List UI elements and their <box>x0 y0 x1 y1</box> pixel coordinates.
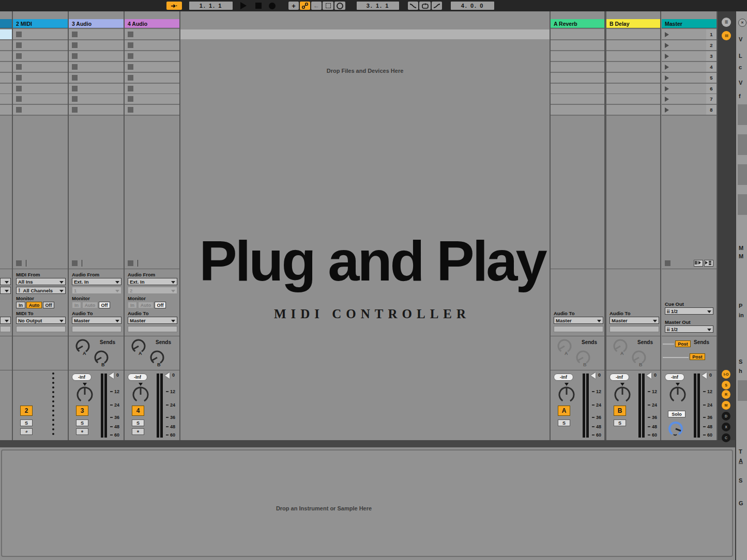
stop-all-clips-button[interactable] <box>16 260 22 266</box>
toggle-i-o-button[interactable]: I-O <box>722 370 730 379</box>
back-to-arrangement-button[interactable] <box>694 260 703 267</box>
volume-fader-handle[interactable] <box>702 372 707 379</box>
clip-slot[interactable] <box>125 84 179 94</box>
stop-button[interactable] <box>254 2 263 10</box>
device-drop-panel[interactable]: Drop an Instrument or Sample Here <box>1 449 733 557</box>
clip-slot[interactable] <box>13 105 68 115</box>
cutoff-chooser[interactable] <box>0 317 11 324</box>
capture-midi-button[interactable] <box>300 2 310 10</box>
clip-slot[interactable] <box>662 105 706 115</box>
pan-knob[interactable] <box>558 386 575 403</box>
track-number-button[interactable]: B <box>614 406 626 416</box>
return-header[interactable]: A Reverb <box>551 19 604 28</box>
stop-all-clips-button[interactable] <box>128 260 133 266</box>
master-out-chooser[interactable]: ii 1/2 <box>665 325 713 333</box>
clip-slot[interactable] <box>125 29 179 39</box>
record-button[interactable] <box>268 2 276 10</box>
clip-slot[interactable] <box>662 84 706 94</box>
input-type-chooser[interactable]: Ext. In <box>72 278 121 285</box>
clip-slot[interactable] <box>13 94 68 104</box>
input-type-chooser[interactable]: All Ins <box>16 278 66 285</box>
track-header[interactable] <box>0 19 12 28</box>
pan-knob[interactable] <box>76 386 94 403</box>
scene-number[interactable]: 1 <box>706 29 716 39</box>
clip-slot[interactable] <box>69 62 124 72</box>
close-icon[interactable]: ✕ <box>738 19 746 27</box>
clip-slot[interactable] <box>662 73 706 83</box>
clip-slot[interactable] <box>606 62 660 72</box>
clip-slot[interactable] <box>125 51 179 61</box>
toggle-d-button[interactable]: D <box>722 412 730 421</box>
solo-button[interactable]: S <box>20 419 33 426</box>
scene-number[interactable]: 8 <box>706 105 716 115</box>
clip-slot[interactable] <box>69 51 124 61</box>
clip-slot[interactable] <box>662 40 706 50</box>
solo-button[interactable]: S <box>614 419 626 426</box>
volume-fader-handle[interactable] <box>165 372 170 379</box>
solo-button[interactable]: Solo <box>668 411 685 417</box>
output-type-chooser[interactable]: No Output <box>16 317 66 324</box>
output-type-chooser[interactable]: Master <box>609 317 659 324</box>
volume-display[interactable]: -Inf <box>72 374 92 381</box>
monitor-auto-button[interactable]: Auto <box>26 302 42 308</box>
output-type-chooser[interactable]: Master <box>554 317 603 324</box>
scene-number[interactable]: 4 <box>706 62 716 72</box>
track-number-button[interactable]: 3 <box>76 406 88 416</box>
track-header[interactable]: 4 Audio <box>125 19 179 28</box>
volume-fader-handle[interactable] <box>591 372 596 379</box>
clip-slot[interactable] <box>0 73 12 83</box>
clip-slot[interactable] <box>0 51 12 61</box>
monitor-auto-button[interactable]: Auto <box>138 302 154 308</box>
hamburger-menu-icon[interactable]: ☰ <box>722 18 731 27</box>
track-header[interactable]: 3 Audio <box>69 19 124 28</box>
clip-slot[interactable] <box>0 94 12 104</box>
clip-slot[interactable] <box>606 40 660 50</box>
clip-slot[interactable] <box>606 105 660 115</box>
input-type-chooser[interactable]: Ext. In <box>128 278 177 285</box>
clip-slot[interactable] <box>13 73 68 83</box>
clip-slot[interactable] <box>69 105 124 115</box>
clip-slot[interactable] <box>125 40 179 50</box>
clip-slot[interactable] <box>662 94 706 104</box>
clip-slot[interactable] <box>125 94 179 104</box>
follow-button[interactable]: ➔· <box>166 2 182 10</box>
clip-slot[interactable] <box>606 84 660 94</box>
clip-slot[interactable] <box>69 84 124 94</box>
volume-display[interactable]: -Inf <box>128 374 147 381</box>
output-type-chooser[interactable]: Master <box>72 317 121 324</box>
toggle-c-button[interactable]: C <box>722 433 730 442</box>
monitor-off-button[interactable]: Off <box>99 302 110 308</box>
track-number-button[interactable]: 2 <box>20 406 33 416</box>
clip-slot[interactable] <box>551 40 604 50</box>
clip-slot[interactable] <box>0 62 12 72</box>
mixer-view-icon[interactable]: ☰ <box>722 31 731 40</box>
cue-out-chooser[interactable]: ii 1/2 <box>665 307 713 315</box>
stop-all-clips-button[interactable] <box>665 260 670 266</box>
arm-button[interactable]: ● <box>76 428 88 435</box>
scene-number[interactable]: 6 <box>706 84 716 94</box>
new-button[interactable]: + <box>288 2 299 10</box>
pan-knob[interactable] <box>132 386 149 403</box>
scene-number[interactable]: 7 <box>706 94 716 104</box>
input-channel-chooser[interactable]: 1 <box>72 287 121 294</box>
clip-slot[interactable] <box>69 73 124 83</box>
clip-slot[interactable] <box>69 94 124 104</box>
clip-slot[interactable] <box>0 40 12 50</box>
track-header[interactable]: 2 MIDI <box>13 19 68 28</box>
stop-all-clips-icon-button[interactable] <box>704 260 713 267</box>
clip-slot[interactable] <box>0 84 12 94</box>
clip-slot[interactable] <box>606 73 660 83</box>
clip-slot[interactable] <box>551 84 604 94</box>
clip-slot[interactable] <box>551 73 604 83</box>
toggle-s-button[interactable]: S <box>722 381 730 390</box>
clip-slot[interactable] <box>606 29 660 39</box>
monitor-in-button[interactable]: In <box>16 302 25 308</box>
pan-knob[interactable] <box>669 386 687 403</box>
clip-slot[interactable] <box>125 105 179 115</box>
clip-slot[interactable] <box>551 51 604 61</box>
clip-slot[interactable] <box>551 62 604 72</box>
scene-number[interactable]: 2 <box>706 40 716 50</box>
solo-button[interactable]: S <box>558 419 570 426</box>
output-type-chooser[interactable]: Master <box>128 317 177 324</box>
monitor-off-button[interactable]: Off <box>43 302 54 308</box>
